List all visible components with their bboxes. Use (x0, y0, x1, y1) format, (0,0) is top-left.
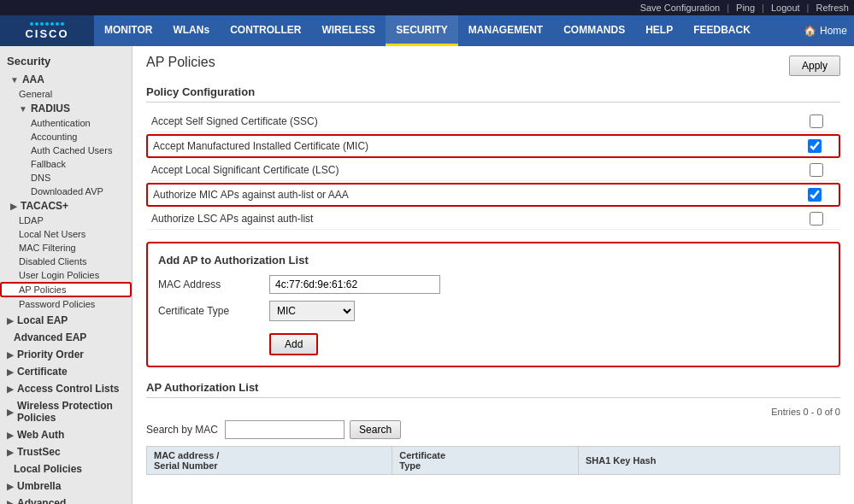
apply-button[interactable]: Apply (789, 56, 840, 76)
entries-count: Entries 0 - 0 of 0 (146, 407, 840, 417)
aaa-expand-icon: ▼ (10, 75, 19, 85)
sidebar-item-advanced-eap[interactable]: Advanced EAP (0, 329, 132, 346)
logout-link[interactable]: Logout (771, 3, 800, 13)
sidebar-item-wpp[interactable]: ▶Wireless Protection Policies (0, 397, 132, 426)
radius-expand-icon: ▼ (19, 104, 27, 114)
home-link[interactable]: Home (820, 25, 847, 37)
sidebar-item-downloaded-avp[interactable]: Downloaded AVP (0, 185, 132, 198)
sidebar-item-authentication[interactable]: Authentication (0, 116, 132, 130)
tacacs-expand-icon: ▶ (10, 202, 17, 211)
nav-item-feedback[interactable]: FEEDBACK (683, 15, 761, 46)
policy-label-mic: Accept Manufactured Installed Certificat… (148, 138, 808, 154)
nav-item-security[interactable]: SECURITY (386, 15, 458, 46)
cisco-dot-7 (61, 22, 64, 26)
sidebar-item-auth-cached[interactable]: Auth Cached Users (0, 144, 132, 157)
priority-expand-icon: ▶ (7, 350, 14, 360)
sidebar-item-aaa[interactable]: ▼AAA (0, 72, 132, 87)
search-label: Search by MAC (146, 424, 218, 436)
sidebar-item-radius[interactable]: ▼RADIUS (0, 101, 132, 116)
trustsec-expand-icon: ▶ (7, 448, 14, 457)
auth-table: MAC address /Serial Number CertificateTy… (146, 446, 840, 475)
sidebar-item-local-policies[interactable]: Local Policies (0, 460, 132, 478)
logo-area: CISCO (0, 15, 94, 46)
page-title: AP Policies (146, 55, 215, 70)
sidebar-item-web-auth[interactable]: ▶Web Auth (0, 426, 132, 443)
search-input[interactable] (225, 420, 345, 439)
cert-type-select[interactable]: MIC SSC LSC (269, 301, 355, 321)
policy-label-auth-mic: Authorize MIC APs against auth-list or A… (148, 187, 808, 202)
sidebar-item-certificate[interactable]: ▶Certificate (0, 363, 132, 380)
cisco-logo: CISCO (25, 22, 68, 40)
sidebar-item-password-policies[interactable]: Password Policies (0, 297, 132, 311)
policy-row-lsc: Accept Local Significant Certificate (LS… (146, 160, 840, 181)
policy-row-mic: Accept Manufactured Installed Certificat… (148, 136, 839, 156)
sidebar-item-ap-policies[interactable]: AP Policies (0, 282, 132, 297)
policy-checkbox-ssc[interactable] (810, 114, 823, 128)
policy-row-auth-mic-wrapper: Authorize MIC APs against auth-list or A… (146, 183, 840, 207)
cert-type-row: Certificate Type MIC SSC LSC (158, 301, 828, 321)
col-sha1: SHA1 Key Hash (578, 447, 839, 475)
policy-checkbox-auth-mic[interactable] (808, 188, 822, 202)
sidebar-item-local-eap[interactable]: ▶Local EAP (0, 312, 132, 329)
sidebar-group-aaa: ▼AAA General ▼RADIUS Authentication Acco… (0, 72, 132, 311)
sidebar-item-disabled-clients[interactable]: Disabled Clients (0, 255, 132, 268)
nav-item-commands[interactable]: COMMANDS (553, 15, 635, 46)
save-config-link[interactable]: Save Configuration (640, 3, 721, 13)
policy-label-ssc: Accept Self Signed Certificate (SSC) (146, 114, 810, 129)
cisco-dot-6 (56, 22, 59, 26)
sidebar-item-fallback[interactable]: Fallback (0, 157, 132, 171)
sidebar-item-umbrella[interactable]: ▶Umbrella (0, 478, 132, 495)
nav-item-wlans[interactable]: WLANs (162, 15, 220, 46)
refresh-link[interactable]: Refresh (816, 3, 849, 13)
sidebar-item-general[interactable]: General (0, 87, 132, 101)
mac-address-input[interactable] (269, 275, 440, 294)
policy-list: Accept Self Signed Certificate (SSC) Acc… (146, 111, 840, 230)
sidebar-item-ldap[interactable]: LDAP (0, 214, 132, 227)
sidebar-item-tacacs[interactable]: ▶TACACS+ (0, 198, 132, 214)
nav-right: 🏠 Home (804, 15, 854, 46)
col-cert: CertificateType (392, 447, 579, 475)
ping-link[interactable]: Ping (736, 3, 755, 13)
ap-auth-list-section: AP Authorization List Entries 0 - 0 of 0… (146, 381, 840, 475)
search-row: Search by MAC Search (146, 420, 840, 439)
mac-address-label: MAC Address (158, 278, 269, 290)
sidebar: Security ▼AAA General ▼RADIUS Authentica… (0, 46, 133, 504)
acl-expand-icon: ▶ (7, 384, 14, 394)
sidebar-title[interactable]: Security (0, 51, 132, 71)
nav-item-wireless[interactable]: WIRELESS (311, 15, 386, 46)
policy-row-auth-lsc: Authorize LSC APs against auth-list (146, 208, 840, 230)
nav-item-controller[interactable]: CONTROLLER (220, 15, 311, 46)
sidebar-item-user-login-policies[interactable]: User Login Policies (0, 268, 132, 282)
sidebar-item-accounting[interactable]: Accounting (0, 130, 132, 144)
add-ap-auth-box: Add AP to Authorization List MAC Address… (146, 242, 840, 367)
sidebar-item-dns[interactable]: DNS (0, 171, 132, 185)
add-ap-title: Add AP to Authorization List (158, 254, 828, 267)
sidebar-item-acl[interactable]: ▶Access Control Lists (0, 380, 132, 397)
policy-label-lsc: Accept Local Significant Certificate (LS… (146, 162, 810, 178)
umbrella-expand-icon: ▶ (7, 482, 14, 491)
policy-config-title: Policy Configuration (146, 85, 840, 103)
sidebar-item-mac-filtering[interactable]: MAC Filtering (0, 241, 132, 255)
nav-item-help[interactable]: HELP (635, 15, 683, 46)
policy-checkbox-auth-lsc[interactable] (810, 212, 823, 226)
certificate-expand-icon: ▶ (7, 367, 14, 377)
policy-checkbox-mic[interactable] (808, 139, 822, 153)
sidebar-item-local-net-users[interactable]: Local Net Users (0, 227, 132, 241)
sidebar-item-advanced[interactable]: ▶Advanced (0, 495, 132, 504)
cert-type-label: Certificate Type (158, 305, 269, 317)
cisco-dot-2 (35, 22, 38, 26)
nav-item-management[interactable]: MANAGEMENT (458, 15, 553, 46)
home-icon: 🏠 (804, 25, 816, 37)
sidebar-item-trustsec[interactable]: ▶TrustSec (0, 443, 132, 460)
main-layout: Security ▼AAA General ▼RADIUS Authentica… (0, 46, 854, 504)
nav-item-monitor[interactable]: MONITOR (94, 15, 162, 46)
policy-checkbox-lsc[interactable] (810, 163, 823, 177)
top-bar: Save Configuration | Ping | Logout | Ref… (0, 0, 854, 15)
col-mac: MAC address /Serial Number (147, 447, 392, 475)
ap-auth-list-title: AP Authorization List (146, 381, 840, 398)
policy-row-auth-mic: Authorize MIC APs against auth-list or A… (148, 185, 839, 205)
search-button[interactable]: Search (350, 420, 401, 439)
add-button[interactable]: Add (269, 333, 318, 355)
nav-bar: CISCO MONITOR WLANs CONTROLLER WIRELESS … (0, 15, 854, 46)
sidebar-item-priority-order[interactable]: ▶Priority Order (0, 346, 132, 363)
